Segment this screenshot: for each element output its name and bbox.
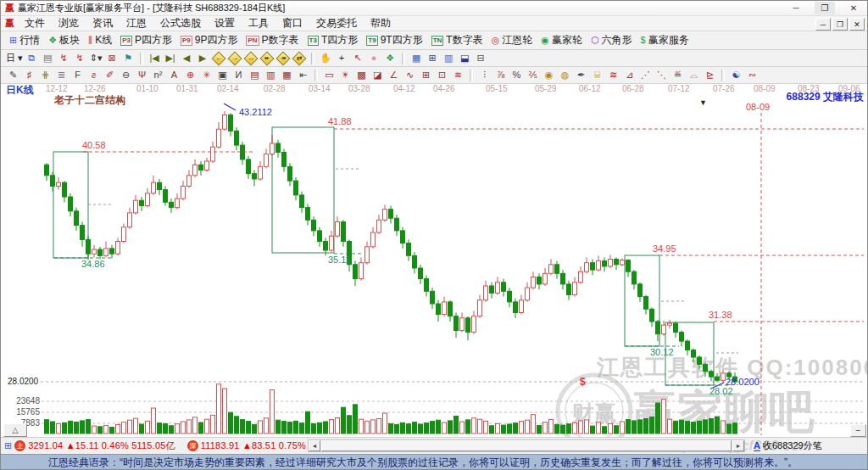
toolbar-button-hexagon[interactable]: ⬡六角形 [587,33,637,48]
menu-item-交易委托[interactable]: 交易委托 [309,16,364,31]
gann-grid-tool-button[interactable]: ⊞ [418,69,434,82]
grid-icon[interactable]: ⊞ [4,440,12,451]
extend-tool-button[interactable]: ⇤ [295,69,311,82]
tilt-lines-tool-button[interactable]: ≋ [450,69,466,82]
delete-box-button[interactable]: ⊠ [104,52,120,65]
save-tool-button[interactable]: ⬓ [457,52,473,65]
green-badge-button[interactable]: ❖ [382,52,398,65]
shenzhen-index-icon[interactable]: 深 [187,440,198,451]
step-last-button[interactable]: ▶| [163,52,179,65]
menu-item-公式选股[interactable]: 公式选股 [153,16,208,31]
step-back-button[interactable]: ◀ [179,52,195,65]
grid-box-tool-button[interactable]: ▦ [279,69,295,82]
star-rays-tool-button[interactable]: ✳ [198,69,214,82]
mdi-restore-button[interactable]: ❐ [832,18,848,31]
menu-item-浏览[interactable]: 浏览 [52,16,86,31]
menu-item-工具[interactable]: 工具 [242,16,275,31]
wedge-tool-button[interactable]: ⊵ [702,69,718,82]
toolbar-button-9p-square[interactable]: P99P四方形 [176,33,242,48]
menu-item-资讯[interactable]: 资讯 [86,16,120,31]
gann-move-left-button[interactable]: ← [212,51,226,65]
angle-tool-button[interactable]: ∠ [386,69,402,82]
kline-chart-area[interactable]: 江恩工具软件 QQ:100800360赢家聊吧财赢28.020023648157… [1,84,868,437]
menu-item-文件[interactable]: 文件 [18,16,52,31]
approx-tool-button[interactable]: ≊ [605,69,621,82]
mdi-close-button[interactable]: ✕ [849,18,865,31]
pointer-tool-button[interactable]: ↖ [350,52,366,65]
note-tool-button[interactable]: ▥ [441,52,457,65]
close-button[interactable]: ✕ [843,2,864,14]
infinity-tool-button[interactable]: ∾ [744,69,760,82]
trend-marker-2-button[interactable]: ↯ [72,52,88,65]
volume-pane-toggle-button[interactable]: △ [3,423,27,437]
dots-down-tool-button[interactable]: ⋱ [654,69,670,82]
export-tool-button[interactable]: ⊟ [473,52,489,65]
kline-chart-canvas[interactable]: 江恩工具软件 QQ:100800360赢家聊吧财赢28.020023648157… [1,84,868,437]
toolbar-button-gann-wheel[interactable]: ◎江恩轮 [487,33,537,48]
gann-swap-button[interactable]: ⇄ [292,51,307,65]
toolbar-button-t-digit-table[interactable]: TNT数字表 [427,33,487,48]
gann-expand-right-button[interactable]: ↠ [276,51,291,65]
menu-item-设置[interactable]: 设置 [208,16,242,31]
trend-marker-1-button[interactable]: ↯ [56,52,72,65]
def-tool-button[interactable]: ≝ [670,69,686,82]
menu-item-帮助[interactable]: 帮助 [364,16,398,31]
candle-style-dropdown-button[interactable]: ⇕▾ [88,52,104,65]
scroll-right-arrow[interactable]: ▸ [732,440,744,451]
toolbar-button-p-square[interactable]: P3P四方形 [116,33,176,48]
tick-data-label[interactable]: 收688329分笔 [763,439,822,452]
compare-tool-button[interactable]: ⫶ [476,69,492,82]
toolbar-button-winner-wheel[interactable]: ◉赢家轮 [537,33,587,48]
horizontal-scrollbar[interactable]: ◂ ▸ [308,439,745,452]
pane-collapse-button[interactable]: − [850,424,866,437]
restore-button[interactable]: ❐ [815,2,835,14]
pencil-tool-button[interactable]: ✎ [5,69,21,82]
line-tool-button[interactable]: ♯ [21,69,37,82]
toolbar-button-9t-square[interactable]: T99T四方形 [362,33,426,48]
toolbar-button-sectors[interactable]: ❖板块 [44,33,84,48]
n-square-tool-button[interactable]: n² [150,69,166,82]
hand-tool-button[interactable]: ✋ [318,52,334,65]
toolbar-button-kline[interactable]: ⫼K线 [84,33,116,48]
flag-colors-button[interactable]: ⚑ [120,52,136,65]
percent-tool-button[interactable]: % [509,69,525,82]
grid-lines-tool-button[interactable]: ⋕ [37,69,53,82]
rays-tool-button[interactable]: ☀ [337,69,353,82]
comb-tool-button[interactable]: Ψ [134,69,150,82]
toolbar-button-winner-service[interactable]: $赢家服务 [637,33,693,48]
gann-frame-tool-button[interactable]: ⌸ [589,69,605,82]
mdi-minimize-button[interactable]: ─ [815,18,831,31]
angle-pen-tool-button[interactable]: ✐ [102,69,118,82]
add-tool-button[interactable]: + [334,52,350,65]
step-first-button[interactable]: |◀ [147,52,163,65]
menu-item-江恩[interactable]: 江恩 [120,16,153,31]
gann-move-both-button[interactable]: ↔ [244,51,259,65]
gold-circle-tool-button[interactable]: ◉ [541,69,557,82]
shanghai-index-icon[interactable]: 上 [14,440,25,451]
box-top-tool-button[interactable]: ▤ [247,69,263,82]
minimize-button[interactable]: ─ [786,2,806,14]
multi-view-button[interactable]: ⧉ [24,52,40,65]
taiji-tool-button[interactable]: ☯ [728,69,744,82]
arc-tool-button[interactable]: ⌓ [686,69,702,82]
segment-tool-button[interactable]: ≣ [53,69,70,82]
scrollbar-thumb[interactable] [321,440,732,451]
rect-tool-button[interactable]: ▭ [321,69,337,82]
wave-n-tool-button[interactable]: И [231,69,247,82]
gold-section-tool-button[interactable]: ◍ [557,69,573,82]
scroll-left-arrow[interactable]: ◂ [309,440,320,451]
board-list-button[interactable]: ▤ [40,52,56,65]
toolbar-button-p-digit-table[interactable]: PNP数字表 [242,33,303,48]
gann-move-right-button[interactable]: → [228,51,242,65]
square-box-tool-button[interactable]: ▣ [214,69,231,82]
pen-flag-tool-button[interactable]: ✒ [573,69,589,82]
cycle-tool-button[interactable]: ⊖ [118,69,134,82]
half-box-tool-button[interactable]: ◪ [370,69,386,82]
gann-expand-left-button[interactable]: ↞ [260,51,275,65]
ratio-tool-button[interactable]: ⅞ [492,69,509,82]
fraction-tool-button[interactable]: ⅖ [525,69,541,82]
fib-tool-button[interactable]: F [70,69,86,82]
wave-tool-button[interactable]: ∿ [402,69,418,82]
hatch-box-tool-button[interactable]: ▩ [353,69,370,82]
wave-a-tool-button[interactable]: A [166,69,182,82]
